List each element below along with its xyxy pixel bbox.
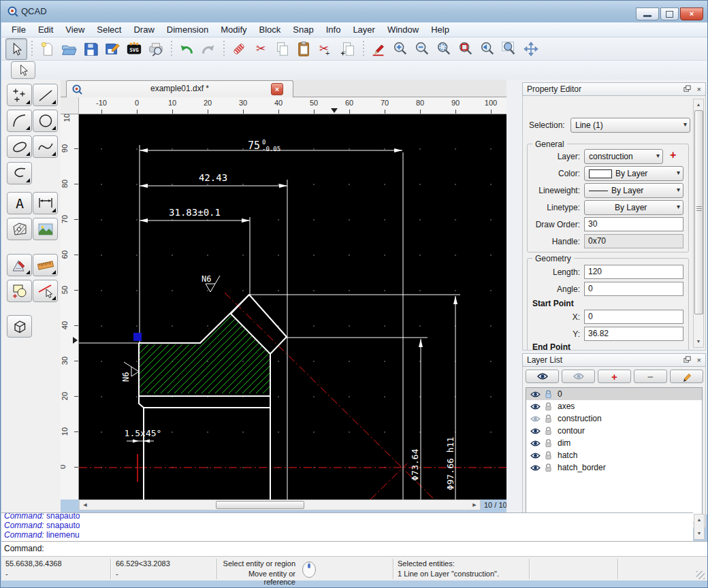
- layer-visible-icon[interactable]: [530, 427, 541, 435]
- float-panel-icon[interactable]: [683, 356, 691, 363]
- menu-select[interactable]: Select: [91, 23, 127, 36]
- menu-layer[interactable]: Layer: [347, 23, 381, 36]
- ellipse-tool[interactable]: [7, 135, 32, 158]
- layer-row-dim[interactable]: dim: [526, 437, 702, 449]
- scroll-right-icon[interactable]: ▶: [470, 500, 479, 510]
- layer-hidden-icon[interactable]: [530, 415, 541, 423]
- zoom-to-selection-button[interactable]: [455, 38, 477, 60]
- linetype-combo[interactable]: By Layer ▾: [584, 200, 683, 215]
- layer-combo[interactable]: construction ▾: [584, 149, 663, 164]
- window-zoom-button[interactable]: [498, 38, 520, 60]
- layer-row-axes[interactable]: axes: [526, 400, 702, 412]
- hatch-tool[interactable]: [7, 218, 32, 240]
- scroll-down-icon[interactable]: ▼: [694, 337, 703, 346]
- spline-tool[interactable]: [33, 135, 58, 158]
- layer-visible-icon[interactable]: [530, 403, 541, 410]
- selection-reference-marker[interactable]: [133, 333, 142, 341]
- layer-row-0[interactable]: 0: [526, 388, 702, 400]
- close-panel-icon[interactable]: ×: [697, 85, 701, 93]
- svg-export-button[interactable]: SVG: [123, 38, 145, 60]
- layer-visible-icon[interactable]: [530, 440, 541, 447]
- circle-tool[interactable]: [33, 110, 58, 132]
- zoom-in-button[interactable]: [389, 38, 411, 60]
- command-history-scrollbar[interactable]: ▲ ▼: [694, 514, 705, 540]
- tab-close-button[interactable]: ×: [271, 83, 283, 95]
- layer-lock-icon[interactable]: [545, 427, 552, 436]
- redo-button[interactable]: [197, 38, 219, 60]
- menu-file[interactable]: File: [5, 23, 32, 36]
- layer-row-construction[interactable]: construction: [526, 412, 702, 425]
- horizontal-scroll-thumb[interactable]: [216, 501, 304, 509]
- select-tool-button[interactable]: [5, 38, 27, 60]
- length-input[interactable]: 120: [584, 265, 683, 279]
- paste-button[interactable]: [293, 38, 315, 60]
- layer-row-contour[interactable]: contour: [526, 425, 702, 437]
- layer-lock-icon[interactable]: [545, 451, 552, 460]
- arc-tool[interactable]: [7, 110, 32, 132]
- dimension-tool[interactable]: [33, 192, 58, 214]
- cut-with-reference-button[interactable]: ✂ +: [315, 38, 337, 60]
- property-editor-scrollbar[interactable]: ▲ ▼: [693, 99, 704, 348]
- show-all-layers-button[interactable]: [526, 370, 559, 383]
- layer-visible-icon[interactable]: [530, 391, 541, 398]
- draw-order-input[interactable]: 30: [584, 217, 683, 231]
- scroll-up-icon[interactable]: ▲: [694, 515, 704, 525]
- open-file-button[interactable]: [58, 38, 80, 60]
- window-resize-grip[interactable]: [696, 571, 705, 579]
- layer-lock-icon[interactable]: [545, 463, 552, 472]
- print-preview-button[interactable]: [145, 38, 167, 60]
- selection-combo[interactable]: Line (1) ▾: [570, 118, 690, 133]
- layer-lock-icon[interactable]: [545, 414, 552, 423]
- scroll-up-icon[interactable]: ▲: [694, 100, 703, 110]
- modify-select-tool[interactable]: [33, 280, 58, 302]
- close-panel-icon[interactable]: ×: [697, 356, 701, 364]
- save-as-button[interactable]: [101, 38, 123, 60]
- document-tab[interactable]: example01.dxf * ×: [66, 80, 293, 97]
- line-tool[interactable]: [33, 84, 58, 106]
- block-create-tool[interactable]: [7, 280, 32, 302]
- menu-dimension[interactable]: Dimension: [161, 23, 214, 36]
- layer-row-hatch-border[interactable]: hatch_border: [526, 461, 702, 474]
- drawing-canvas[interactable]: 75 0 -0.05 42.43 31.83±0.1 1.5x45° Φ73.6…: [79, 114, 506, 500]
- title-bar[interactable]: QCAD ×: [1, 1, 708, 22]
- layer-visible-icon[interactable]: [530, 464, 541, 472]
- image-tool[interactable]: [33, 218, 58, 240]
- angle-input[interactable]: 0: [584, 282, 683, 296]
- copy-button[interactable]: [272, 38, 293, 60]
- scroll-down-icon[interactable]: ▼: [694, 529, 704, 538]
- color-combo[interactable]: By Layer ▾: [584, 166, 683, 181]
- menu-info[interactable]: Info: [320, 23, 347, 36]
- point-tool[interactable]: [7, 84, 32, 106]
- property-editor-title-bar[interactable]: Property Editor ×: [522, 82, 706, 96]
- undo-button[interactable]: [176, 38, 197, 60]
- menu-edit[interactable]: Edit: [32, 23, 59, 36]
- layer-visible-icon[interactable]: [530, 452, 541, 459]
- layer-lock-icon[interactable]: [545, 402, 552, 411]
- start-y-input[interactable]: 36.82: [584, 327, 683, 341]
- layer-lock-icon[interactable]: [545, 439, 552, 448]
- layer-row-hatch[interactable]: hatch: [526, 449, 702, 461]
- draw-pencil-button[interactable]: [368, 38, 389, 60]
- selection-pointer-button[interactable]: [11, 61, 35, 79]
- menu-help[interactable]: Help: [425, 23, 455, 36]
- add-layer-button[interactable]: +: [598, 370, 631, 383]
- info-measure-tool[interactable]: [7, 254, 32, 276]
- scroll-thumb[interactable]: [694, 110, 703, 314]
- layer-lock-icon[interactable]: [545, 390, 552, 399]
- horizontal-scrollbar[interactable]: ◀ ▶: [79, 500, 481, 510]
- modify-lengthen-tool[interactable]: [33, 254, 58, 276]
- add-layer-plus-icon[interactable]: +: [670, 149, 676, 161]
- command-input[interactable]: Command:: [1, 541, 708, 556]
- scroll-left-icon[interactable]: ◀: [80, 500, 90, 510]
- zoom-out-button[interactable]: [411, 38, 433, 60]
- restore-button[interactable]: [660, 7, 679, 20]
- hide-all-layers-button[interactable]: [562, 370, 595, 383]
- text-tool[interactable]: A: [7, 192, 32, 214]
- auto-zoom-button[interactable]: [433, 38, 455, 60]
- save-button[interactable]: [80, 38, 101, 60]
- menu-view[interactable]: View: [59, 23, 91, 36]
- float-panel-icon[interactable]: [683, 85, 691, 93]
- menu-block[interactable]: Block: [253, 23, 287, 36]
- cut-button[interactable]: ✂: [250, 38, 272, 60]
- command-history[interactable]: Command: snapauto Command: snapauto Comm…: [1, 512, 693, 541]
